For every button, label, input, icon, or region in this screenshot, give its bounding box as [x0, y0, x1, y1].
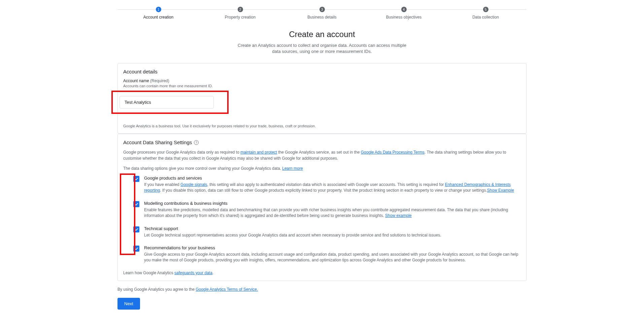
checkbox-modelling[interactable] [133, 201, 139, 207]
terms-agreement-line: By using Google Analytics you agree to t… [117, 287, 527, 292]
page-title: Create an account [117, 30, 527, 39]
step-label-4: Business objectives [386, 15, 421, 20]
page-subtitle: Create an Analytics account to collect a… [235, 42, 410, 55]
account-name-label: Account name (Required) [123, 78, 521, 83]
checkbox-item-products-services: Google products and services If you have… [133, 176, 521, 193]
step-circle-3: 3 [319, 7, 325, 12]
link-safeguards-data[interactable]: safeguards your data [174, 271, 212, 275]
step-data-collection: 5 Data collection [445, 7, 527, 20]
account-details-heading: Account details [123, 69, 521, 74]
checkbox-desc-support: Let Google technical support representat… [144, 232, 521, 238]
step-business-objectives: 4 Business objectives [363, 7, 445, 20]
checkbox-technical-support[interactable] [133, 226, 139, 232]
account-details-card: Account details Account name (Required) … [117, 63, 527, 134]
checkbox-title-recommendations: Recommendations for your business [144, 245, 521, 250]
link-ads-terms[interactable]: Google Ads Data Processing Terms [361, 150, 425, 155]
safeguards-line: Learn how Google Analytics safeguards yo… [123, 271, 521, 275]
checkbox-item-technical-support: Technical support Let Google technical s… [133, 226, 521, 238]
checkbox-desc-recommendations: Give Google access to your Google Analyt… [144, 252, 521, 263]
progress-stepper: 1 Account creation 2 Property creation 3… [117, 7, 527, 20]
link-learn-more[interactable]: Learn more [282, 166, 303, 171]
checkbox-desc-modelling: Enable features like predictions, modell… [144, 207, 521, 219]
next-button[interactable]: Next [117, 298, 140, 310]
checkbox-title-support: Technical support [144, 226, 521, 231]
sharing-desc-2: The data sharing options give you more c… [123, 165, 521, 171]
checkbox-title-modelling: Modelling contributions & business insig… [144, 201, 521, 206]
step-circle-4: 4 [401, 7, 407, 12]
link-show-example-1[interactable]: Show Example [487, 188, 514, 193]
step-business-details: 3 Business details [281, 7, 363, 20]
account-name-input[interactable] [120, 96, 214, 108]
checkbox-desc-products: If you have enabled Google signals, this… [144, 182, 521, 193]
step-circle-1: 1 [156, 7, 161, 12]
step-label-3: Business details [307, 15, 337, 20]
account-name-helper: Accounts can contain more than one measu… [123, 84, 521, 88]
data-sharing-heading: Account Data Sharing Settings ? [123, 139, 521, 145]
highlight-account-name [111, 91, 229, 114]
checkbox-recommendations[interactable] [133, 246, 139, 252]
data-sharing-card: Account Data Sharing Settings ? Google p… [117, 134, 527, 281]
step-circle-2: 2 [238, 7, 243, 12]
step-label-1: Account creation [143, 15, 173, 20]
checkbox-item-recommendations: Recommendations for your business Give G… [133, 245, 521, 263]
checkbox-item-modelling: Modelling contributions & business insig… [133, 201, 521, 219]
link-show-example-2[interactable]: Show example [385, 213, 412, 218]
link-analytics-tos[interactable]: Google Analytics Terms of Service. [196, 287, 258, 292]
step-label-2: Property creation [225, 15, 256, 20]
help-icon[interactable]: ? [194, 140, 199, 145]
checkbox-products-services[interactable] [133, 176, 139, 182]
sharing-desc-1: Google processes your Google Analytics d… [123, 149, 521, 161]
link-google-signals[interactable]: Google signals [180, 182, 207, 187]
step-account-creation: 1 Account creation [117, 7, 199, 20]
link-maintain-protect[interactable]: maintain and protect [240, 150, 277, 155]
step-label-5: Data collection [472, 15, 499, 20]
business-tool-note: Google Analytics is a business tool. Use… [123, 124, 521, 128]
step-property-creation: 2 Property creation [199, 7, 281, 20]
checkbox-title-products: Google products and services [144, 176, 521, 181]
step-circle-5: 5 [483, 7, 488, 12]
